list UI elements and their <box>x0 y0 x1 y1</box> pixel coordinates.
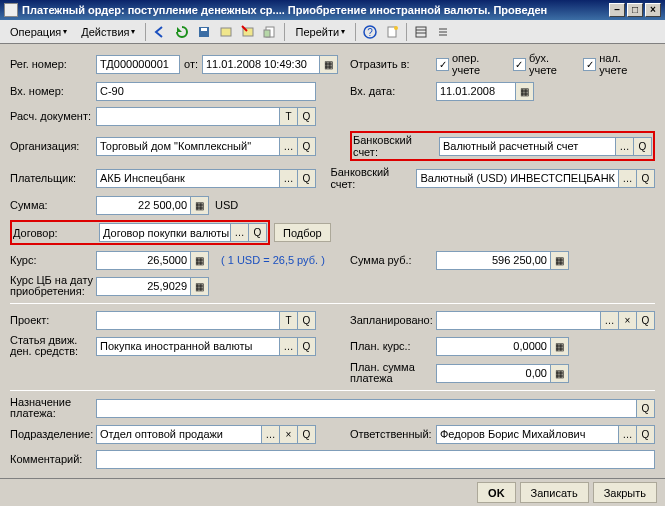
search-icon[interactable]: Q <box>634 137 652 156</box>
label-org: Организация: <box>10 140 96 152</box>
field-rate[interactable]: 26,5000 <box>96 251 191 270</box>
search-icon[interactable]: Q <box>298 425 316 444</box>
field-plan-amount[interactable]: 0,00 <box>436 364 551 383</box>
search-icon[interactable]: Q <box>298 337 316 356</box>
field-plan-rate[interactable]: 0,0000 <box>436 337 551 356</box>
calc-icon[interactable]: ▦ <box>191 251 209 270</box>
search-icon[interactable]: Q <box>298 169 316 188</box>
label-purpose: Назначение платежа: <box>10 397 96 419</box>
app-icon <box>4 3 18 17</box>
help-icon[interactable]: ? <box>360 22 380 42</box>
ellipsis-icon[interactable]: … <box>231 223 249 242</box>
menu-actions[interactable]: Действия▾ <box>75 24 141 40</box>
save-button[interactable]: Записать <box>520 482 589 503</box>
label-calc-doc: Расч. документ: <box>10 110 96 122</box>
ellipsis-icon[interactable]: … <box>280 137 298 156</box>
titlebar: Платежный ордер: поступление денежных ср… <box>0 0 665 20</box>
label-project: Проект: <box>10 314 96 326</box>
post-icon[interactable] <box>216 22 236 42</box>
list-icon[interactable] <box>433 22 453 42</box>
field-planned[interactable] <box>436 311 601 330</box>
field-in-date[interactable]: 11.01.2008 <box>436 82 516 101</box>
check-oper[interactable]: ✓ <box>436 58 449 71</box>
calc-icon[interactable]: ▦ <box>191 196 209 215</box>
check-buh[interactable]: ✓ <box>513 58 526 71</box>
close-form-button[interactable]: Закрыть <box>593 482 657 503</box>
label-rate: Курс: <box>10 254 96 266</box>
ellipsis-icon[interactable]: … <box>601 311 619 330</box>
search-icon[interactable]: Q <box>637 311 655 330</box>
field-purpose[interactable] <box>96 399 637 418</box>
svg-point-9 <box>394 26 398 30</box>
calendar-icon[interactable]: ▦ <box>516 82 534 101</box>
search-icon[interactable]: Q <box>637 169 655 188</box>
search-icon[interactable]: Q <box>298 137 316 156</box>
calc-icon[interactable]: ▦ <box>551 251 569 270</box>
field-amount[interactable]: 22 500,00 <box>96 196 191 215</box>
field-org[interactable]: Торговый дом "Комплексный" <box>96 137 280 156</box>
field-responsible[interactable]: Федоров Борис Михайлович <box>436 425 619 444</box>
field-reg-no[interactable]: ТД000000001 <box>96 55 180 74</box>
search-icon[interactable]: Q <box>298 107 316 126</box>
ellipsis-icon[interactable]: … <box>280 169 298 188</box>
field-cb-rate[interactable]: 25,9029 <box>96 277 191 296</box>
label-plan-rate: План. курс.: <box>350 340 436 352</box>
field-contract[interactable]: Договор покупки валюты <box>99 223 231 242</box>
field-bank-acc2[interactable]: Валютный (USD) ИНВЕСТСПЕЦБАНК <box>416 169 619 188</box>
field-in-no[interactable]: С-90 <box>96 82 316 101</box>
close-button[interactable]: × <box>645 3 661 17</box>
post2-icon[interactable] <box>238 22 258 42</box>
nav-back-icon[interactable] <box>150 22 170 42</box>
field-comment[interactable] <box>96 450 655 469</box>
label-payer: Плательщик: <box>10 172 96 184</box>
maximize-button[interactable]: □ <box>627 3 643 17</box>
field-cash-item[interactable]: Покупка иностранной валюты <box>96 337 280 356</box>
calc-icon[interactable]: ▦ <box>191 277 209 296</box>
layout-icon[interactable] <box>411 22 431 42</box>
check-nal[interactable]: ✓ <box>583 58 596 71</box>
ellipsis-icon[interactable]: … <box>619 425 637 444</box>
ellipsis-icon[interactable]: … <box>616 137 634 156</box>
basis-icon[interactable] <box>260 22 280 42</box>
ellipsis-icon[interactable]: … <box>262 425 280 444</box>
search-icon[interactable]: Q <box>249 223 267 242</box>
select-t-icon[interactable]: T <box>280 311 298 330</box>
divider <box>10 303 655 304</box>
svg-rect-2 <box>221 28 231 36</box>
save-icon[interactable] <box>194 22 214 42</box>
label-planned: Запланировано: <box>350 314 436 326</box>
search-icon[interactable]: Q <box>298 311 316 330</box>
ok-button[interactable]: OK <box>477 482 516 503</box>
field-bank-acc1[interactable]: Валютный расчетный счет <box>439 137 616 156</box>
select-t-icon[interactable]: T <box>280 107 298 126</box>
calendar-icon[interactable]: ▦ <box>320 55 338 74</box>
field-dept[interactable]: Отдел оптовой продажи <box>96 425 262 444</box>
label-from: от: <box>184 58 198 70</box>
search-icon[interactable]: Q <box>637 399 655 418</box>
ellipsis-icon[interactable]: … <box>619 169 637 188</box>
calc-icon[interactable]: ▦ <box>551 364 569 383</box>
calc-icon[interactable]: ▦ <box>551 337 569 356</box>
field-payer[interactable]: АКБ Инспецбанк <box>96 169 280 188</box>
svg-text:?: ? <box>367 27 373 38</box>
wizard-icon[interactable] <box>382 22 402 42</box>
menu-operation[interactable]: Операция▾ <box>4 24 73 40</box>
menu-goto[interactable]: Перейти▾ <box>289 24 351 40</box>
label-amount-rub: Сумма руб.: <box>350 254 436 266</box>
field-project[interactable] <box>96 311 280 330</box>
rate-hint: ( 1 USD = 26,5 руб. ) <box>221 254 325 266</box>
field-amount-rub[interactable]: 596 250,00 <box>436 251 551 270</box>
label-cash-item: Статья движ. ден. средств: <box>10 335 96 357</box>
ellipsis-icon[interactable]: … <box>280 337 298 356</box>
clear-icon[interactable]: × <box>619 311 637 330</box>
search-icon[interactable]: Q <box>637 425 655 444</box>
refresh-icon[interactable] <box>172 22 192 42</box>
field-calc-doc[interactable] <box>96 107 280 126</box>
label-plan-amount: План. сумма платежа <box>350 362 436 384</box>
clear-icon[interactable]: × <box>280 425 298 444</box>
label-reg-no: Рег. номер: <box>10 58 96 70</box>
field-reg-date[interactable]: 11.01.2008 10:49:30 <box>202 55 320 74</box>
minimize-button[interactable]: – <box>609 3 625 17</box>
select-button[interactable]: Подбор <box>274 223 331 242</box>
window-title: Платежный ордер: поступление денежных ср… <box>22 4 609 16</box>
